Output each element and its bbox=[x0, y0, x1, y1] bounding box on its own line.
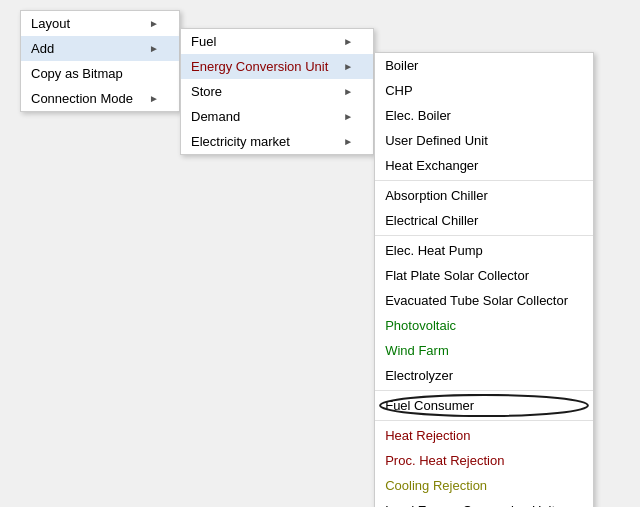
menu-item-heat-rejection[interactable]: Heat Rejection bbox=[375, 423, 593, 448]
context-menu: Layout ► Add ► Copy as Bitmap Connection… bbox=[20, 10, 594, 507]
menu-item-add[interactable]: Add ► bbox=[21, 36, 179, 61]
arrow-icon: ► bbox=[343, 86, 353, 97]
arrow-icon: ► bbox=[149, 43, 159, 54]
menu-divider bbox=[375, 235, 593, 236]
menu-item-electricity-market[interactable]: Electricity market ► bbox=[181, 129, 373, 154]
menu-item-energy-conversion[interactable]: Energy Conversion Unit ► bbox=[181, 54, 373, 79]
menu-item-label: Elec. Boiler bbox=[385, 108, 451, 123]
menu-item-fuel[interactable]: Fuel ► bbox=[181, 29, 373, 54]
menu-item-label: Heat Rejection bbox=[385, 428, 470, 443]
menu-item-elec-boiler[interactable]: Elec. Boiler bbox=[375, 103, 593, 128]
menu-item-elec-heat-pump[interactable]: Elec. Heat Pump bbox=[375, 238, 593, 263]
menu-item-absorption-chiller[interactable]: Absorption Chiller bbox=[375, 183, 593, 208]
menu-item-label: Heat Exchanger bbox=[385, 158, 478, 173]
menu-item-evacuated-tube-solar[interactable]: Evacuated Tube Solar Collector bbox=[375, 288, 593, 313]
menu-divider bbox=[375, 180, 593, 181]
menu-item-label: Electrolyzer bbox=[385, 368, 453, 383]
menu-item-label: Electrical Chiller bbox=[385, 213, 478, 228]
menu-item-proc-heat-rejection[interactable]: Proc. Heat Rejection bbox=[375, 448, 593, 473]
menu-item-label: Energy Conversion Unit bbox=[191, 59, 328, 74]
menu-item-label: Cooling Rejection bbox=[385, 478, 487, 493]
menu-item-heat-exchanger[interactable]: Heat Exchanger bbox=[375, 153, 593, 178]
menu-item-copy-bitmap[interactable]: Copy as Bitmap bbox=[21, 61, 179, 86]
menu-item-store[interactable]: Store ► bbox=[181, 79, 373, 104]
menu-item-label: Absorption Chiller bbox=[385, 188, 488, 203]
arrow-icon: ► bbox=[343, 111, 353, 122]
arrow-icon: ► bbox=[343, 136, 353, 147]
menu-item-layout[interactable]: Layout ► bbox=[21, 11, 179, 36]
menu-item-label: Elec. Heat Pump bbox=[385, 243, 483, 258]
menu-item-electrolyzer[interactable]: Electrolyzer bbox=[375, 363, 593, 388]
menu-item-label: Wind Farm bbox=[385, 343, 449, 358]
menu-item-label: Copy as Bitmap bbox=[31, 66, 123, 81]
menu-item-label: Evacuated Tube Solar Collector bbox=[385, 293, 568, 308]
menu-item-cooling-rejection[interactable]: Cooling Rejection bbox=[375, 473, 593, 498]
menu-item-label: Photovoltaic bbox=[385, 318, 456, 333]
menu-item-user-defined[interactable]: User Defined Unit bbox=[375, 128, 593, 153]
menu-item-demand[interactable]: Demand ► bbox=[181, 104, 373, 129]
menu-item-flat-plate-solar[interactable]: Flat Plate Solar Collector bbox=[375, 263, 593, 288]
menu-divider bbox=[375, 420, 593, 421]
menu-item-photovoltaic[interactable]: Photovoltaic bbox=[375, 313, 593, 338]
menu-item-label: Proc. Heat Rejection bbox=[385, 453, 504, 468]
menu-item-label: Flat Plate Solar Collector bbox=[385, 268, 529, 283]
menu-item-electrical-chiller[interactable]: Electrical Chiller bbox=[375, 208, 593, 233]
menu-item-label: Add bbox=[31, 41, 54, 56]
menu-item-fuel-consumer[interactable]: Fuel Consumer bbox=[375, 393, 593, 418]
menu-item-label: User Defined Unit bbox=[385, 133, 488, 148]
menu-item-label: Load Energy Conversion Unit bbox=[385, 503, 555, 507]
menu-item-wind-farm[interactable]: Wind Farm bbox=[375, 338, 593, 363]
menu-divider bbox=[375, 390, 593, 391]
menu-item-label: Fuel bbox=[191, 34, 216, 49]
menu-item-chp[interactable]: CHP bbox=[375, 78, 593, 103]
menu-item-label: Fuel Consumer bbox=[385, 398, 474, 413]
arrow-icon: ► bbox=[343, 61, 353, 72]
menu-item-label: Demand bbox=[191, 109, 240, 124]
menu-level-2: Fuel ► Energy Conversion Unit ► Store ► … bbox=[180, 28, 374, 155]
menu-item-label: Connection Mode bbox=[31, 91, 133, 106]
menu-item-label: Layout bbox=[31, 16, 70, 31]
menu-item-boiler[interactable]: Boiler bbox=[375, 53, 593, 78]
menu-item-connection-mode[interactable]: Connection Mode ► bbox=[21, 86, 179, 111]
menu-item-label: Store bbox=[191, 84, 222, 99]
menu-item-label: Electricity market bbox=[191, 134, 290, 149]
menu-item-label: Boiler bbox=[385, 58, 418, 73]
menu-item-load-energy-conversion[interactable]: Load Energy Conversion Unit bbox=[375, 498, 593, 507]
arrow-icon: ► bbox=[149, 93, 159, 104]
menu-item-label: CHP bbox=[385, 83, 412, 98]
menu-level-1: Layout ► Add ► Copy as Bitmap Connection… bbox=[20, 10, 180, 112]
arrow-icon: ► bbox=[149, 18, 159, 29]
arrow-icon: ► bbox=[343, 36, 353, 47]
menu-level-3: Boiler CHP Elec. Boiler User Defined Uni… bbox=[374, 52, 594, 507]
